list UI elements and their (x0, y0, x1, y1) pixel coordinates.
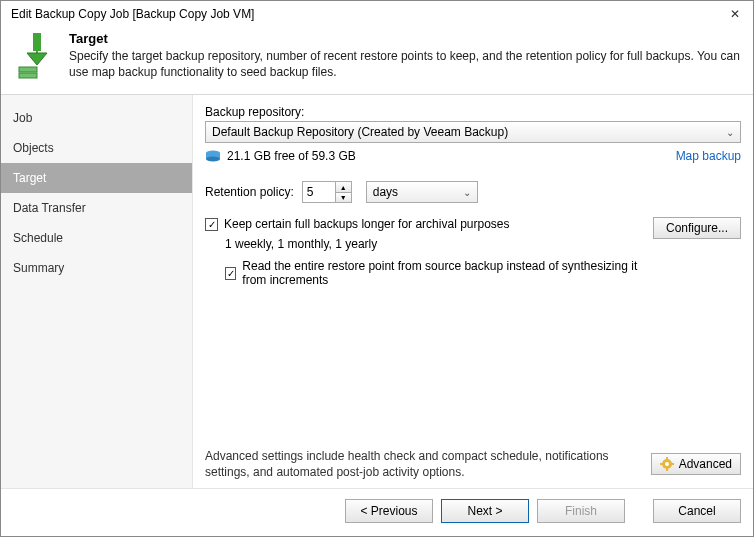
read-entire-label: Read the entire restore point from sourc… (242, 259, 653, 287)
finish-button: Finish (537, 499, 625, 523)
spinner-down-icon[interactable]: ▼ (336, 193, 351, 203)
chevron-down-icon: ⌄ (726, 127, 734, 138)
header-title: Target (69, 31, 743, 46)
storage-free-text: 21.1 GB free of 59.3 GB (227, 149, 356, 163)
advanced-description: Advanced settings include health check a… (205, 448, 641, 480)
sidebar-item-target[interactable]: Target (1, 163, 192, 193)
wizard-sidebar: Job Objects Target Data Transfer Schedul… (1, 95, 193, 488)
retention-spinner[interactable]: ▲ ▼ (302, 181, 352, 203)
sidebar-item-objects[interactable]: Objects (1, 133, 192, 163)
close-icon[interactable]: ✕ (725, 7, 745, 21)
repo-dropdown[interactable]: Default Backup Repository (Created by Ve… (205, 121, 741, 143)
advanced-button[interactable]: Advanced (651, 453, 741, 475)
sidebar-item-summary[interactable]: Summary (1, 253, 192, 283)
main-panel: Backup repository: Default Backup Reposi… (193, 95, 753, 488)
advanced-label: Advanced (679, 457, 732, 471)
previous-button[interactable]: < Previous (345, 499, 433, 523)
footer: < Previous Next > Finish Cancel (1, 488, 753, 533)
cancel-button[interactable]: Cancel (653, 499, 741, 523)
keep-full-label: Keep certain full backups longer for arc… (224, 217, 510, 231)
titlebar: Edit Backup Copy Job [Backup Copy Job VM… (1, 1, 753, 25)
svg-rect-7 (666, 457, 668, 460)
disk-icon (205, 150, 221, 162)
svg-rect-1 (19, 73, 37, 78)
retention-input[interactable] (303, 182, 335, 202)
repo-label: Backup repository: (205, 105, 741, 119)
sidebar-item-data-transfer[interactable]: Data Transfer (1, 193, 192, 223)
header-description: Specify the target backup repository, nu… (69, 48, 743, 80)
keep-full-checkbox[interactable]: ✓ (205, 218, 218, 231)
chevron-down-icon: ⌄ (463, 187, 471, 198)
gear-icon (660, 457, 674, 471)
repo-value: Default Backup Repository (Created by Ve… (212, 125, 508, 139)
target-arrow-icon (13, 31, 61, 79)
svg-point-6 (665, 462, 669, 466)
retention-label: Retention policy: (205, 185, 294, 199)
svg-point-4 (206, 157, 220, 162)
next-button[interactable]: Next > (441, 499, 529, 523)
retention-unit-dropdown[interactable]: days ⌄ (366, 181, 478, 203)
sidebar-item-schedule[interactable]: Schedule (1, 223, 192, 253)
header: Target Specify the target backup reposit… (1, 25, 753, 95)
window-title: Edit Backup Copy Job [Backup Copy Job VM… (11, 7, 254, 21)
svg-rect-10 (671, 463, 674, 465)
keep-full-schedule-text: 1 weekly, 1 monthly, 1 yearly (225, 237, 653, 251)
retention-unit-value: days (373, 185, 398, 199)
configure-button[interactable]: Configure... (653, 217, 741, 239)
sidebar-item-job[interactable]: Job (1, 103, 192, 133)
spinner-up-icon[interactable]: ▲ (336, 182, 351, 193)
svg-rect-0 (19, 67, 37, 72)
map-backup-link[interactable]: Map backup (676, 149, 741, 163)
svg-rect-9 (660, 463, 663, 465)
svg-rect-8 (666, 468, 668, 471)
read-entire-checkbox[interactable]: ✓ (225, 267, 236, 280)
